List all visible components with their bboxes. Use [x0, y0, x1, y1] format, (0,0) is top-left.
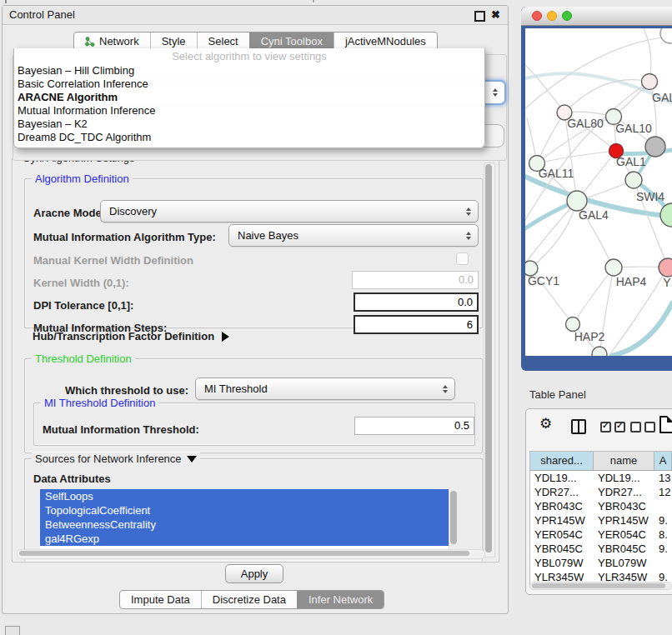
- attribute-item[interactable]: BetweennessCentrality: [40, 518, 459, 532]
- close-icon[interactable]: ✖: [491, 6, 500, 24]
- table-cell: YBL079W: [594, 556, 654, 570]
- collapsed-panel-button[interactable]: [5, 626, 20, 635]
- combo-arrows-icon: [466, 208, 471, 216]
- network-node[interactable]: [645, 137, 665, 157]
- tab-style[interactable]: Style: [150, 32, 197, 50]
- network-window-titlebar[interactable]: [521, 7, 672, 26]
- kernel-width-field[interactable]: 0.0: [352, 271, 479, 289]
- network-edge[interactable]: [564, 80, 649, 112]
- node-label: GAL4: [579, 208, 609, 222]
- control-panel-title: Control Panel: [9, 8, 75, 21]
- table-row[interactable]: YDR27...YDR27...12: [530, 485, 672, 499]
- network-node[interactable]: [660, 28, 672, 43]
- tab-label: Style: [162, 32, 186, 50]
- table-row[interactable]: YER054CYER054C8.: [530, 528, 672, 542]
- zoom-traffic-light-icon[interactable]: [562, 11, 572, 21]
- table-cell: YDR27...: [594, 485, 654, 499]
- deselect-all-columns-icon[interactable]: [630, 422, 655, 432]
- apply-button[interactable]: Apply: [225, 564, 283, 583]
- mi-type-combo[interactable]: Naive Bayes: [228, 224, 479, 247]
- network-edge[interactable]: [525, 201, 577, 263]
- node-label: GAL1: [616, 155, 646, 168]
- scrollbar-thumb[interactable]: [532, 583, 665, 588]
- table-cell: YBR043C: [594, 499, 654, 513]
- which-threshold-combo[interactable]: MI Threshold: [195, 378, 455, 400]
- tab-cyni-toolbox[interactable]: Cyni Toolbox: [249, 32, 333, 50]
- table-row[interactable]: YBR043CYBR043C: [530, 499, 672, 513]
- close-traffic-light-icon[interactable]: [532, 11, 542, 21]
- network-node-gal[interactable]: [642, 74, 658, 90]
- tab-select[interactable]: Select: [197, 32, 249, 50]
- network-canvas[interactable]: GALGAL80GAL10GAL1GAL11SWI4GAL4GCY1HAP4YH…: [525, 28, 672, 356]
- table-row[interactable]: YPR145WYPR145W9.: [530, 513, 672, 528]
- network-edge[interactable]: [573, 268, 614, 324]
- settings-horizontal-scrollbar[interactable]: [17, 549, 485, 559]
- float-window-icon[interactable]: [474, 11, 485, 22]
- attribute-item[interactable]: TopologicalCoefficient: [40, 503, 459, 518]
- network-edge[interactable]: [612, 303, 672, 356]
- network-node-hap2[interactable]: [566, 318, 580, 332]
- algorithm-option[interactable]: Mutual Information Inference: [14, 104, 484, 118]
- node-label: GAL11: [539, 167, 574, 180]
- tab-jactivemnodules[interactable]: jActiveMNodules: [333, 32, 437, 50]
- table-horizontal-scrollbar[interactable]: [529, 582, 672, 590]
- table-row[interactable]: YBR045CYBR045C9.: [530, 542, 672, 556]
- network-node-hap4[interactable]: [605, 259, 622, 276]
- hub-definition-expander[interactable]: Hub/Transcription Factor Definition: [33, 330, 229, 342]
- list-vertical-scrollbar[interactable]: [449, 489, 459, 549]
- minimize-traffic-light-icon[interactable]: [547, 11, 557, 21]
- select-all-columns-icon[interactable]: [600, 422, 625, 432]
- network-edge[interactable]: [537, 112, 564, 163]
- export-table-icon[interactable]: [659, 416, 672, 433]
- cyni-algorithm-settings-group: Cyni Algorithm Settings Algorithm Defini…: [12, 158, 499, 562]
- tab-discretize-data[interactable]: Discretize Data: [201, 591, 297, 608]
- scrollbar-thumb[interactable]: [19, 551, 469, 556]
- table-cell: 9.: [654, 513, 672, 528]
- attribute-item[interactable]: SelfLoops: [40, 489, 459, 503]
- aracne-mode-combo[interactable]: Discovery: [100, 200, 479, 222]
- algorithm-option[interactable]: Basic Correlation Inference: [14, 78, 484, 91]
- mi-steps-field[interactable]: 6: [354, 315, 479, 334]
- sources-group-title[interactable]: Sources for Network Inference: [32, 452, 200, 465]
- hub-definition-label: Hub/Transcription Factor Definition: [33, 330, 214, 342]
- columns-icon[interactable]: [571, 419, 586, 434]
- tab-network[interactable]: Network: [74, 32, 150, 50]
- table-row[interactable]: YDL19...YDL19...13: [530, 471, 672, 485]
- algorithm-option[interactable]: ARACNE Algorithm: [14, 91, 484, 104]
- table-cell: YPR145W: [594, 513, 654, 528]
- node-label: HAP2: [574, 330, 605, 343]
- manual-kernel-label: Manual Kernel Width Definition: [33, 254, 193, 267]
- algorithm-option[interactable]: Bayesian – Hill Climbing: [14, 64, 484, 78]
- column-header[interactable]: shared...: [530, 452, 594, 470]
- scrollbar-thumb[interactable]: [485, 164, 492, 552]
- column-header[interactable]: A: [654, 452, 672, 470]
- settings-vertical-scrollbar[interactable]: [484, 162, 495, 558]
- network-node-y[interactable]: [659, 258, 672, 277]
- manual-kernel-checkbox[interactable]: [456, 252, 469, 265]
- network-graph[interactable]: GALGAL80GAL10GAL1GAL11SWI4GAL4GCY1HAP4YH…: [525, 28, 672, 356]
- network-node-swi4[interactable]: [625, 172, 642, 188]
- node-label: GAL10: [615, 122, 652, 135]
- tab-impute-data[interactable]: Impute Data: [120, 591, 201, 608]
- mi-threshold-field[interactable]: 0.5: [354, 417, 474, 435]
- network-node[interactable]: [592, 347, 607, 356]
- combo-arrows-icon: [443, 385, 448, 393]
- table-cell: YDR27...: [530, 485, 594, 499]
- scrollbar-thumb[interactable]: [450, 491, 457, 544]
- algorithm-option[interactable]: Dream8 DC_TDC Algorithm: [14, 131, 484, 144]
- attribute-item[interactable]: gal4RGexp: [40, 532, 459, 546]
- data-attributes-list[interactable]: SelfLoopsTopologicalCoefficientBetweenne…: [40, 489, 459, 549]
- algorithm-option[interactable]: Bayesian – K2: [14, 118, 484, 131]
- table-cell: 9.: [654, 542, 672, 556]
- network-edge[interactable]: [537, 151, 616, 163]
- gear-icon[interactable]: ⚙: [539, 416, 552, 432]
- table-cell: 12: [654, 485, 672, 499]
- node-table[interactable]: shared...nameA YDL19...YDL19...13YDR27..…: [529, 451, 672, 588]
- network-node[interactable]: [660, 203, 672, 227]
- tab-infer-network[interactable]: Infer Network: [297, 591, 384, 608]
- dpi-tolerance-field[interactable]: 0.0: [354, 292, 479, 312]
- column-header[interactable]: name: [594, 452, 654, 470]
- table-row[interactable]: YBL079WYBL079W: [530, 556, 672, 570]
- node-label: SWI4: [636, 190, 664, 203]
- algorithm-dropdown-popup: Select algorithm to view settings Bayesi…: [13, 48, 485, 148]
